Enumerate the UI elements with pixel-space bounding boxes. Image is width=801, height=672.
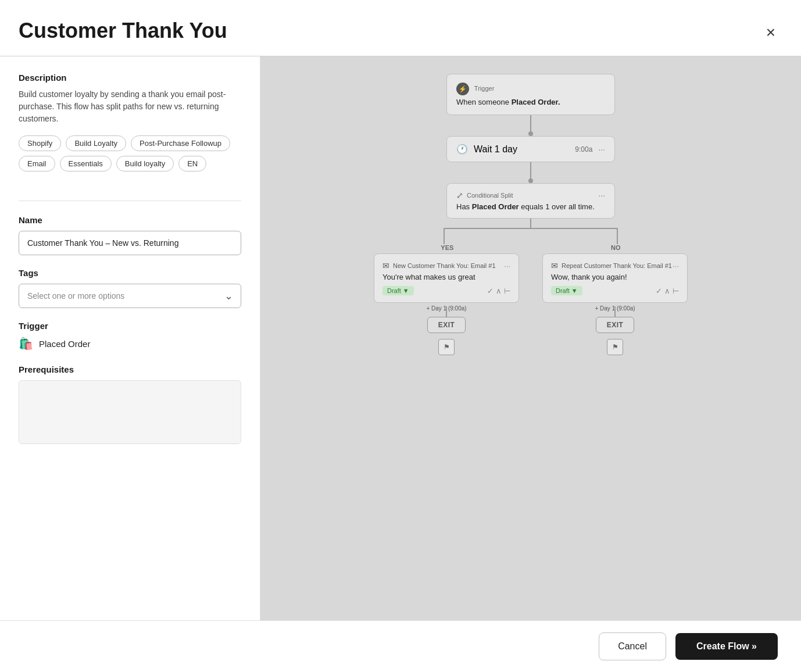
right-filter-btn[interactable]: ⊢: [673, 287, 679, 295]
chip-post-purchase: Post-Purchase Followup: [131, 135, 230, 151]
split-node-content: Has Placed Order equals 1 over all time.: [456, 202, 605, 211]
right-email-header: ✉ Repeat Customer Thank You: Email #1 ··…: [551, 261, 679, 270]
split-icon: ⤢: [456, 191, 463, 200]
modal-body: Description Build customer loyalty by se…: [0, 56, 801, 620]
right-email-dots[interactable]: ···: [673, 262, 679, 270]
right-branch-line: [617, 228, 618, 244]
left-end-icon: ⚑: [438, 339, 455, 355]
wait-dots-menu[interactable]: ···: [598, 145, 605, 154]
left-up-btn[interactable]: ∧: [496, 287, 502, 295]
right-email-content: Wow, thank you again!: [551, 273, 679, 281]
chip-shopify: Shopify: [19, 135, 61, 151]
left-email-content: You're what makes us great: [382, 273, 510, 281]
description-text: Build customer loyalty by sending a than…: [19, 88, 241, 125]
wait-text: Wait 1 day: [474, 144, 517, 155]
yes-no-labels: YES NO: [362, 244, 699, 251]
lightning-icon: ⚡: [456, 83, 469, 95]
chip-row: Shopify Build Loyalty Post-Purchase Foll…: [19, 135, 241, 171]
close-button[interactable]: ×: [764, 21, 778, 44]
yes-label: YES: [441, 244, 453, 251]
split-dots-menu[interactable]: ···: [598, 191, 605, 200]
trigger-item: 🛍️ Placed Order: [19, 337, 241, 351]
connector-2: [530, 162, 531, 178]
connector-dot-1: [528, 131, 533, 136]
modal-title: Customer Thank You: [19, 19, 227, 43]
split-node: ⤢ Conditional Split ··· Has Placed Order…: [446, 183, 615, 219]
right-branch: ✉ Repeat Customer Thank You: Email #1 ··…: [542, 253, 688, 355]
prerequisites-box: [19, 380, 241, 444]
right-exit-node: EXIT: [596, 317, 635, 333]
right-email-footer: Draft ▼ ✓ ∧ ⊢: [551, 286, 679, 295]
envelope-left-icon: ✉: [382, 261, 389, 270]
trigger-node-content: When someone Placed Order.: [456, 98, 605, 106]
trigger-label: Trigger: [19, 321, 241, 331]
left-node-actions: ✓ ∧ ⊢: [487, 287, 510, 295]
chip-essentials: Essentials: [60, 156, 112, 171]
branch-top: [362, 219, 699, 244]
right-dropdown-arrow: ▼: [571, 287, 578, 294]
description-label: Description: [19, 73, 241, 83]
name-input[interactable]: [19, 231, 241, 255]
left-email-node: ✉ New Customer Thank You: Email #1 ··· Y…: [374, 253, 519, 303]
tags-select-wrapper: Select one or more options ⌄: [19, 284, 241, 308]
left-email-dots[interactable]: ···: [504, 262, 510, 270]
prerequisites-section: Prerequisites: [19, 364, 241, 444]
center-connector: [530, 219, 531, 228]
right-end-icon: ⚑: [607, 339, 623, 355]
right-draft-badge[interactable]: Draft ▼: [551, 286, 582, 295]
tags-section: Tags Select one or more options ⌄: [19, 268, 241, 308]
form-divider: [19, 201, 241, 201]
right-check-btn[interactable]: ✓: [656, 287, 662, 295]
shopify-icon: 🛍️: [19, 337, 33, 351]
flow-diagram: ⚡ Trigger When someone Placed Order. 🕐: [356, 74, 705, 355]
left-email-footer: Draft ▼ ✓ ∧ ⊢: [382, 286, 510, 295]
left-panel: Description Build customer loyalty by se…: [0, 56, 260, 620]
wait-node: 🕐 Wait 1 day 9:00a ···: [446, 136, 615, 162]
name-section: Name: [19, 215, 241, 255]
chip-email: Email: [19, 156, 55, 171]
left-connector: [446, 306, 447, 317]
prerequisites-label: Prerequisites: [19, 364, 241, 374]
right-email-node: ✉ Repeat Customer Thank You: Email #1 ··…: [542, 253, 688, 303]
name-label: Name: [19, 215, 241, 225]
left-branch-line: [444, 228, 445, 244]
tags-label: Tags: [19, 268, 241, 278]
left-branch: ✉ New Customer Thank You: Email #1 ··· Y…: [374, 253, 519, 355]
modal: Customer Thank You × Description Build c…: [0, 0, 801, 672]
left-draft-badge[interactable]: Draft ▼: [382, 286, 414, 295]
connector-dot-2: [528, 178, 533, 183]
wait-time: 9:00a: [575, 145, 592, 153]
right-panel: ⚡ Trigger When someone Placed Order. 🕐: [260, 56, 801, 620]
trigger-node: ⚡ Trigger When someone Placed Order.: [446, 74, 615, 115]
cancel-button[interactable]: Cancel: [599, 632, 666, 660]
right-connector: [614, 306, 616, 317]
horizontal-line: [444, 228, 618, 229]
no-label: NO: [611, 244, 621, 251]
chip-en: EN: [178, 156, 206, 171]
left-filter-btn[interactable]: ⊢: [504, 287, 510, 295]
email-branches: ✉ New Customer Thank You: Email #1 ··· Y…: [374, 253, 688, 355]
modal-footer: Cancel Create Flow »: [0, 620, 801, 672]
description-section: Description Build customer loyalty by se…: [19, 73, 241, 188]
connector-1: [530, 115, 531, 131]
right-node-actions: ✓ ∧ ⊢: [656, 287, 679, 295]
split-node-header: ⤢ Conditional Split ···: [456, 191, 605, 200]
trigger-value: Placed Order: [39, 339, 90, 349]
modal-header: Customer Thank You ×: [0, 0, 801, 44]
tags-select[interactable]: Select one or more options: [19, 284, 241, 308]
trigger-node-header: ⚡ Trigger: [456, 83, 605, 95]
trigger-section: Trigger 🛍️ Placed Order: [19, 321, 241, 351]
left-exit-node: EXIT: [427, 317, 466, 333]
chip-build-loyalty-1: Build Loyalty: [66, 135, 126, 151]
dropdown-arrow: ▼: [403, 287, 409, 294]
left-check-btn[interactable]: ✓: [487, 287, 494, 295]
modal-overlay: Customer Thank You × Description Build c…: [0, 0, 801, 672]
clock-icon: 🕐: [456, 144, 468, 155]
chip-build-loyalty-2: Build loyalty: [116, 156, 174, 171]
right-up-btn[interactable]: ∧: [664, 287, 670, 295]
envelope-right-icon: ✉: [551, 261, 558, 270]
left-email-header: ✉ New Customer Thank You: Email #1 ···: [382, 261, 510, 270]
create-flow-button[interactable]: Create Flow »: [675, 633, 778, 660]
